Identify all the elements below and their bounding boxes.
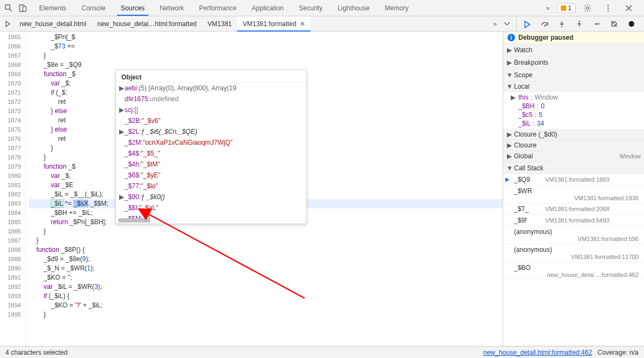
- object-property-row[interactable]: _$2M: "ocnXaP1vCaNGiaoqmJ7WjQ": [116, 137, 306, 148]
- section-header[interactable]: ▶Breakpoints: [503, 57, 644, 69]
- panel-tab-security[interactable]: Security: [292, 0, 330, 16]
- panel-tab-console[interactable]: Console: [74, 0, 113, 16]
- scope-local-header[interactable]: ▼ Local: [503, 81, 644, 92]
- callstack-frame[interactable]: (anonymous) VM1381:formatted:11700: [503, 244, 644, 262]
- line-number[interactable]: 1874: [8, 116, 21, 125]
- deactivate-bp-button[interactable]: [608, 18, 620, 30]
- code-line[interactable]: _$KO = '';: [29, 273, 503, 282]
- file-tab[interactable]: VM1381:formatted✕: [237, 16, 311, 31]
- settings-gear-icon[interactable]: [582, 3, 593, 14]
- line-number[interactable]: 1876: [8, 134, 21, 144]
- more-tabs-button[interactable]: »: [489, 18, 501, 30]
- object-property-row[interactable]: ▶scj: []: [116, 104, 306, 115]
- object-property-row[interactable]: _$2B: "_$v6": [116, 115, 306, 126]
- resume-button[interactable]: [521, 18, 533, 30]
- status-link[interactable]: new_house_detail.html:formatted:462: [483, 349, 592, 356]
- line-number[interactable]: 1873: [8, 107, 21, 116]
- object-property-row[interactable]: dfe1675: undefined: [116, 94, 306, 104]
- inspect-element-icon[interactable]: [3, 3, 14, 14]
- scope-group-header[interactable]: ▶Closure (_$d0): [503, 129, 644, 140]
- code-line[interactable]: }: [29, 310, 503, 319]
- line-number[interactable]: 1895: [8, 310, 21, 319]
- code-line[interactable]: _$8e = _$Q9: [29, 60, 503, 70]
- line-number[interactable]: 1888: [8, 245, 21, 255]
- panel-tab-sources[interactable]: Sources: [113, 0, 152, 16]
- scope-group-header[interactable]: ▶GlobalWindow: [503, 151, 644, 162]
- code-line[interactable]: }: [29, 236, 503, 245]
- file-tab[interactable]: new_house_detail.html: [14, 16, 92, 31]
- line-number[interactable]: 1890: [8, 264, 21, 273]
- line-number[interactable]: 1877: [8, 144, 21, 153]
- code-line[interactable]: var _$iL = _$WR(3);: [29, 282, 503, 292]
- object-property-row[interactable]: _$4$: "_$5_": [116, 148, 306, 159]
- line-number[interactable]: 1879: [8, 162, 21, 171]
- object-property-row[interactable]: ▶_$90: ƒ _$k0(): [116, 192, 306, 202]
- callstack-frame[interactable]: _$Q9 VM1381:formatted:1883: [503, 174, 644, 186]
- object-property-row[interactable]: _$77: "_$lo": [116, 181, 306, 192]
- scope-header[interactable]: ▼ Scope: [503, 69, 644, 81]
- line-number[interactable]: 1867: [8, 51, 21, 60]
- file-tab[interactable]: VM1381: [202, 16, 238, 31]
- line-number[interactable]: 1880: [8, 171, 21, 181]
- step-over-button[interactable]: [538, 18, 550, 30]
- line-number[interactable]: 1865: [8, 33, 21, 42]
- expand-icon[interactable]: ▶: [118, 128, 125, 135]
- line-number[interactable]: 1868: [8, 60, 21, 70]
- object-property-row[interactable]: ▶aebi: (5) [Array(0), Array(800), Array(…: [116, 83, 306, 94]
- line-number[interactable]: 1887: [8, 236, 21, 245]
- line-number[interactable]: 1881: [8, 181, 21, 190]
- issues-badge[interactable]: 1: [557, 3, 575, 13]
- panel-tab-application[interactable]: Application: [244, 0, 292, 16]
- line-number[interactable]: 1892: [8, 282, 21, 292]
- line-number[interactable]: 1889: [8, 255, 21, 264]
- line-number[interactable]: 1885: [8, 218, 21, 227]
- show-navigator-icon[interactable]: [2, 18, 14, 30]
- callstack-frame[interactable]: _$WR VM1381:formatted:1938: [503, 186, 644, 203]
- close-devtools-icon[interactable]: [623, 3, 634, 14]
- expand-icon[interactable]: ▶: [510, 94, 516, 101]
- code-line[interactable]: _$Pn[_$: [29, 33, 503, 42]
- callstack-frame[interactable]: _$BO new_house_detai…:formatted:462: [503, 262, 644, 280]
- line-number[interactable]: 1882: [8, 190, 21, 199]
- section-header[interactable]: ▶Watch: [503, 44, 644, 56]
- callstack-frame[interactable]: (anonymous) VM1381:formatted:596: [503, 226, 644, 244]
- object-property-row[interactable]: _$6$: "_$yE": [116, 170, 306, 181]
- line-number[interactable]: 1893: [8, 292, 21, 301]
- code-line[interactable]: }: [29, 227, 503, 236]
- line-number[interactable]: 1886: [8, 227, 21, 236]
- file-tab[interactable]: new_house_detai…html:formatted: [92, 16, 202, 31]
- file-tab-overflow-icon[interactable]: [501, 18, 513, 30]
- code-line[interactable]: _$_N = _$WR(1);: [29, 264, 503, 273]
- code-line[interactable]: }: [29, 51, 503, 60]
- expand-icon[interactable]: ▶: [118, 193, 125, 201]
- scope-group-header[interactable]: ▶Closure: [503, 140, 644, 151]
- kebab-menu-icon[interactable]: [603, 3, 614, 14]
- line-number[interactable]: 1878: [8, 153, 21, 162]
- scope-variable-row[interactable]: _$c5: 5: [507, 110, 644, 119]
- line-number[interactable]: 1866: [8, 42, 21, 51]
- line-number[interactable]: 1869: [8, 70, 21, 79]
- expand-icon[interactable]: ▶: [118, 84, 125, 92]
- panel-tab-elements[interactable]: Elements: [32, 0, 74, 16]
- close-icon[interactable]: ✕: [300, 20, 305, 28]
- line-number[interactable]: 1871: [8, 88, 21, 97]
- panel-tab-network[interactable]: Network: [152, 0, 191, 16]
- line-number[interactable]: 1894: [8, 301, 21, 310]
- step-into-button[interactable]: [556, 18, 568, 30]
- line-number[interactable]: 1884: [8, 208, 21, 218]
- panel-tab-performance[interactable]: Performance: [191, 0, 244, 16]
- callstack-frame[interactable]: _$T_ VM1381:formatted:2068: [503, 203, 644, 215]
- code-line[interactable]: _$d9 = _$8e(9);: [29, 255, 503, 264]
- code-line[interactable]: _$KO = '?' + _$iL;: [29, 301, 503, 310]
- scope-variable-row[interactable]: _$BH: 0: [507, 102, 644, 110]
- line-number[interactable]: 1872: [8, 97, 21, 107]
- scope-variable-row[interactable]: _$iL: 34: [507, 119, 644, 128]
- more-panels-button[interactable]: »: [538, 4, 558, 12]
- step-out-button[interactable]: [573, 18, 585, 30]
- pause-exceptions-button[interactable]: [626, 18, 637, 30]
- line-number[interactable]: 1875: [8, 125, 21, 134]
- code-line[interactable]: if (_$iL) {: [29, 292, 503, 301]
- expand-icon[interactable]: ▶: [118, 106, 125, 114]
- line-number[interactable]: 1883: [8, 199, 21, 208]
- line-number[interactable]: 1891: [8, 273, 21, 282]
